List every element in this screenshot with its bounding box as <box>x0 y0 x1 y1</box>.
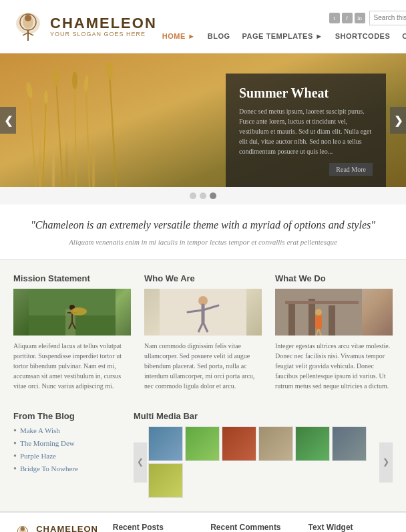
three-columns: Mission Statement <box>0 260 406 404</box>
logo-subtitle: YOUR SLOGAN GOES HERE <box>50 31 157 37</box>
quote-sub: Aliquam venenatis enim in mi iaculis in … <box>20 238 386 246</box>
logo-icon <box>13 10 43 43</box>
media-title: Multi Media Bar <box>134 411 393 421</box>
mission-img-svg <box>29 289 116 336</box>
footer-logo-icon <box>13 523 32 532</box>
mission-text: Aliquam eleifend lacus at tellus volutpa… <box>13 341 131 391</box>
nav-home[interactable]: HOME ► <box>157 29 201 43</box>
media-thumb-7[interactable] <box>148 463 183 498</box>
slide-dot-2[interactable] <box>200 192 206 199</box>
footer-recent-comments: Recent Comments <box>210 523 294 532</box>
social-icons: t f in <box>329 13 365 23</box>
footer-comments-title: Recent Comments <box>210 523 294 532</box>
read-more-button[interactable]: Read More <box>329 163 373 176</box>
bottom-section: From The Blog Make A Wish The Morning De… <box>0 404 406 511</box>
svg-point-16 <box>44 90 48 104</box>
slider-caption: Summer Wheat Donec sed metus ipsum, laor… <box>226 74 386 187</box>
blog-list: Make A Wish The Morning Dew Purple Haze … <box>13 426 120 474</box>
media-thumb-6[interactable] <box>332 426 367 461</box>
footer-logo-title: CHAMELEON <box>36 524 99 532</box>
svg-rect-39 <box>285 301 359 304</box>
svg-point-27 <box>71 307 87 315</box>
header-right: t f in 🔍 HOME ► BLOG PAGE TEMPLATES ► SH… <box>157 11 406 43</box>
facebook-icon[interactable]: f <box>342 13 353 23</box>
svg-line-17 <box>75 84 76 187</box>
nav-shortcodes[interactable]: SHORTCODES <box>330 29 396 43</box>
footer-widget-title: Text Widget <box>309 523 393 532</box>
media-thumb-1[interactable] <box>148 426 183 461</box>
what-text: Integer egestas ultrices arcu vitae mole… <box>275 341 393 391</box>
svg-point-14 <box>105 60 114 80</box>
search-input[interactable] <box>370 11 406 25</box>
media-thumb-2[interactable] <box>185 426 220 461</box>
svg-line-11 <box>86 87 89 187</box>
media-thumb-3[interactable] <box>222 426 256 461</box>
svg-point-10 <box>53 68 59 86</box>
blog-section: From The Blog Make A Wish The Morning De… <box>13 411 120 498</box>
media-next[interactable]: ❯ <box>379 442 393 483</box>
media-thumb-4[interactable] <box>258 426 293 461</box>
blog-item-4[interactable]: Bridge To Nowhere <box>13 464 120 474</box>
search-box: 🔍 <box>369 11 406 25</box>
svg-rect-41 <box>315 315 322 329</box>
slider-dots <box>0 187 406 205</box>
media-thumb-5[interactable] <box>295 426 330 461</box>
slider-caption-text: Donec sed metus ipsum, laoreet suscipit … <box>239 106 373 156</box>
logo[interactable]: CHAMELEON YOUR SLOGAN GOES HERE <box>13 10 157 43</box>
who-img-svg <box>160 289 246 336</box>
svg-rect-37 <box>309 299 315 336</box>
social-search: t f in 🔍 <box>329 11 406 25</box>
footer-recent-posts: Recent Posts <box>113 523 197 532</box>
slide-dot-1[interactable] <box>190 192 196 199</box>
blog-item-1[interactable]: Make A Wish <box>13 426 120 436</box>
linkedin-icon[interactable]: in <box>355 13 365 23</box>
svg-point-40 <box>315 309 322 315</box>
blog-item-3[interactable]: Purple Haze <box>13 452 120 461</box>
nav-page-templates[interactable]: PAGE TEMPLATES ► <box>237 29 329 43</box>
what-img-svg <box>275 289 362 336</box>
logo-title: CHAMELEON <box>50 16 157 31</box>
blog-title: From The Blog <box>13 411 120 421</box>
nav-contact[interactable]: CONTACT US <box>397 29 406 43</box>
main-content: "Chameleon is an extremely versatile the… <box>0 205 406 511</box>
who-col: Who We Are Nam commodo <box>144 273 262 391</box>
mission-col: Mission Statement <box>13 273 131 391</box>
slide-dot-3[interactable] <box>210 192 216 199</box>
svg-point-18 <box>72 72 77 89</box>
footer-logo: CHAMELEON YOUR SLOGAN GOES HERE <box>13 523 99 532</box>
media-prev[interactable]: ❮ <box>134 442 147 483</box>
slider-prev[interactable]: ❮ <box>0 107 16 134</box>
what-title: What We Do <box>275 273 393 283</box>
who-image <box>144 289 262 336</box>
svg-line-13 <box>110 74 116 187</box>
slider-image: Summer Wheat Donec sed metus ipsum, laor… <box>0 53 406 187</box>
logo-text: CHAMELEON YOUR SLOGAN GOES HERE <box>50 16 157 37</box>
svg-point-46 <box>21 527 25 531</box>
media-section: Multi Media Bar ❮ ❯ <box>134 411 393 498</box>
what-col: What We Do <box>275 273 393 391</box>
who-title: Who We Are <box>144 273 262 283</box>
svg-point-8 <box>25 82 33 98</box>
mission-title: Mission Statement <box>13 273 131 283</box>
svg-point-12 <box>83 76 89 92</box>
header: CHAMELEON YOUR SLOGAN GOES HERE t f in 🔍… <box>0 0 406 53</box>
footer-text-widget: Text Widget <box>309 523 393 532</box>
svg-line-9 <box>56 80 63 187</box>
nav: HOME ► BLOG PAGE TEMPLATES ► SHORTCODES … <box>157 29 406 43</box>
media-thumbs <box>148 426 378 498</box>
svg-line-7 <box>29 94 36 187</box>
quote-section: "Chameleon is an extremely versatile the… <box>0 205 406 260</box>
mission-image <box>13 289 131 336</box>
blog-item-2[interactable]: The Morning Dew <box>13 439 120 448</box>
twitter-icon[interactable]: t <box>329 13 340 23</box>
hero-slider: Summer Wheat Donec sed metus ipsum, laor… <box>0 53 406 187</box>
svg-line-15 <box>43 100 46 187</box>
what-image <box>275 289 393 336</box>
svg-rect-38 <box>329 305 335 336</box>
quote-text: "Chameleon is an extremely versatile the… <box>20 218 386 233</box>
svg-rect-36 <box>288 302 295 336</box>
footer: CHAMELEON YOUR SLOGAN GOES HERE Recent P… <box>0 511 406 532</box>
slider-next[interactable]: ❯ <box>390 107 406 134</box>
nav-blog[interactable]: BLOG <box>202 29 236 43</box>
footer-posts-title: Recent Posts <box>113 523 197 532</box>
